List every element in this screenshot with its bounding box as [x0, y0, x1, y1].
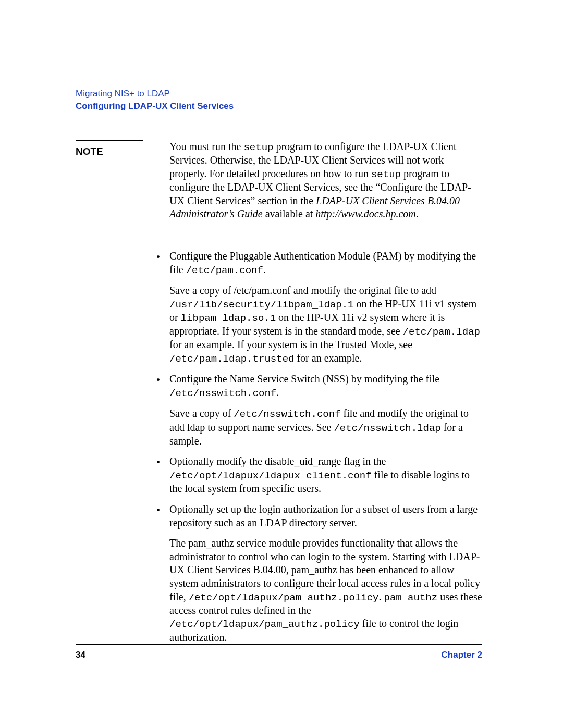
code-text: /etc/nsswitch.conf: [169, 388, 276, 399]
note-label: NOTE: [76, 146, 169, 157]
bullet-text: Optionally set up the login authorizatio…: [169, 503, 482, 529]
breadcrumb[interactable]: Migrating NIS+ to LDAP: [76, 89, 482, 99]
horizontal-rule: [76, 236, 143, 236]
list-item: • Configure the Pluggable Authentication…: [156, 250, 482, 277]
note-body: You must run the setup program to config…: [169, 140, 482, 221]
code-text: /usr/lib/security/libpam_ldap.1: [169, 299, 353, 311]
code-text: /etc/opt/ldapux/ldapux_client.conf: [169, 470, 372, 482]
note-block: NOTE You must run the setup program to c…: [76, 140, 482, 221]
section-heading: Configuring LDAP-UX Client Services: [76, 101, 482, 112]
note-text: You must run the: [169, 141, 243, 152]
code-text: /etc/nsswitch.ldap: [334, 423, 440, 434]
body-text: Configure the Name Service Switch (NSS) …: [169, 373, 439, 385]
body-text: .: [276, 387, 279, 398]
bullet-icon: •: [156, 503, 169, 529]
bullet-text: Optionally modify the disable_uid_range …: [169, 455, 482, 496]
bullet-text: Configure the Name Service Switch (NSS) …: [169, 373, 482, 400]
bullet-icon: •: [156, 373, 169, 400]
code-text: /etc/pam.ldap.trusted: [169, 353, 294, 365]
note-left-column: NOTE: [76, 140, 169, 221]
body-text: Save a copy of /etc/pam.conf and modify …: [169, 285, 436, 296]
page-number: 34: [76, 650, 85, 660]
body-text: for an example.: [294, 352, 362, 364]
chapter-link[interactable]: Chapter 2: [442, 650, 482, 660]
footer-row: 34 Chapter 2: [76, 650, 482, 660]
paragraph: Save a copy of /etc/nsswitch.conf file a…: [169, 407, 482, 448]
body-text: for an example. If your system is in the…: [169, 339, 412, 350]
paragraph: Save a copy of /etc/pam.conf and modify …: [169, 284, 482, 365]
body-text: Save a copy of: [169, 408, 234, 419]
code-text: pam_authz: [384, 592, 438, 603]
list-item: • Optionally modify the disable_uid_rang…: [156, 455, 482, 496]
bullet-icon: •: [156, 455, 169, 496]
list-item: • Configure the Name Service Switch (NSS…: [156, 373, 482, 400]
paragraph: The pam_authz service module provides fu…: [169, 537, 482, 644]
body-text: Optionally modify the disable_uid_range …: [169, 455, 386, 467]
code-text: /etc/pam.conf: [186, 265, 263, 276]
note-text: available at: [263, 208, 316, 219]
bullet-icon: •: [156, 250, 169, 277]
horizontal-rule: [76, 644, 482, 645]
note-text: .: [416, 208, 419, 219]
code-text: libpam_ldap.so.1: [181, 313, 276, 324]
list-item: • Optionally set up the login authorizat…: [156, 503, 482, 529]
body-text: Optionally set up the login authorizatio…: [169, 503, 478, 528]
code-text: /etc/opt/ldapux/pam_authz.policy: [189, 592, 379, 603]
body-text: .: [379, 591, 384, 602]
bullet-text: Configure the Pluggable Authentication M…: [169, 250, 482, 277]
emphasis-text: http://www.docs.hp.com: [315, 208, 415, 219]
code-text: setup: [371, 169, 401, 180]
horizontal-rule: [76, 140, 143, 141]
code-text: setup: [243, 142, 273, 153]
code-text: /etc/opt/ldapux/pam_authz.policy: [169, 619, 360, 630]
page-footer: 34 Chapter 2: [76, 644, 482, 660]
body-column: • Configure the Pluggable Authentication…: [156, 250, 482, 644]
code-text: /etc/pam.ldap: [403, 326, 480, 338]
body-text: .: [263, 264, 266, 275]
page: Migrating NIS+ to LDAP Configuring LDAP-…: [0, 0, 563, 644]
code-text: /etc/nsswitch.conf: [234, 409, 340, 420]
